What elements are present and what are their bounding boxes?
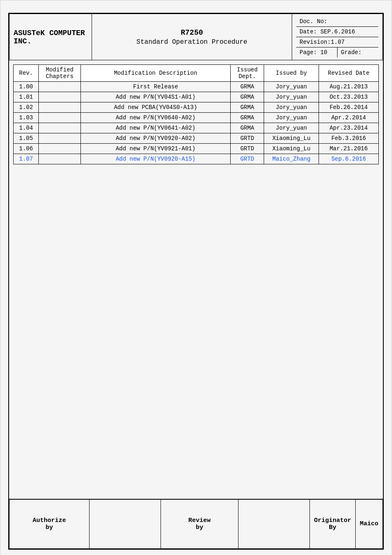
cell-chapters [39,123,81,133]
cell-issuedby: Jory_yuan [264,113,319,123]
cell-rev: 1.06 [14,144,39,154]
review-by-value [238,499,309,549]
cell-issuedby: Jory_yuan [264,123,319,133]
document-title-cell: R7250 Standard Operation Procedure [92,14,292,60]
cell-chapters [39,82,81,92]
review-by-cell: Review by [161,499,238,549]
cell-date: Apr.23.2014 [319,123,378,133]
doc-revision: Revision:1.07 [296,37,378,47]
cell-description: Add new P/N(YV0641-A02) [81,123,231,133]
revision-table: Rev. Modified Chapters Modification Desc… [13,64,379,164]
cell-dept: GRMA [230,102,264,113]
cell-dept: GRMA [230,92,264,102]
cell-rev: 1.03 [14,113,39,123]
cell-dept: GRMA [230,123,264,133]
cell-rev: 1.01 [14,92,39,102]
cell-rev: 1.04 [14,123,39,133]
cell-description: Add new P/N(YV0640-A02) [81,113,231,123]
cell-date: Feb.26.2014 [319,102,378,113]
cell-rev: 1.07 [14,154,39,164]
cell-date: Sep.6.2016 [319,154,378,164]
cell-date: Feb.3.2016 [319,133,378,144]
cell-chapters [39,113,81,123]
table-row: 1.03 Add new P/N(YV0640-A02) GRMA Jory_y… [14,113,379,123]
cell-rev: 1.05 [14,133,39,144]
cell-dept: GRMA [230,82,264,92]
cell-description: Add new PCBA(YV04S0-A13) [81,102,231,113]
company-name: ASUSTeK COMPUTER INC. [9,14,92,60]
cell-dept: GRTD [230,144,264,154]
cell-date: Oct.23.2013 [319,92,378,102]
header-dept: Issued Dept. [230,65,264,82]
cell-chapters [39,133,81,144]
cell-chapters [39,144,81,154]
cell-chapters [39,92,81,102]
header-rev: Rev. [14,65,39,82]
doc-page: Page: 10 [296,47,338,57]
header-issuedby: Issued by [264,65,319,82]
originator-name: Maico [355,499,383,549]
table-row: 1.05 Add new P/N(YV0920-A02) GRTD Xiaomi… [14,133,379,144]
cell-issuedby: Maico_Zhang [264,154,319,164]
cell-issuedby: Jory_yuan [264,82,319,92]
doc-info-cell: Doc. No: Date: SEP.6.2016 Revision:1.07 … [292,14,383,60]
table-row: 1.01 Add new P/N(YV04S1-A01) GRMA Jory_y… [14,92,379,102]
table-row: 1.02 Add new PCBA(YV04S0-A13) GRMA Jory_… [14,102,379,113]
cell-chapters [39,154,81,164]
signoff-table: Authorize by Review by Originator By Mai… [9,499,383,549]
cell-issuedby: Xiaoming_Lu [264,144,319,154]
header-date: Revised Date [319,65,378,82]
cell-chapters [39,102,81,113]
cell-issuedby: Jory_yuan [264,102,319,113]
authorize-by-cell: Authorize by [9,499,90,549]
cell-dept: GRMA [230,113,264,123]
doc-title: R7250 [96,28,288,37]
originator-by-cell: Originator By [309,499,355,549]
table-row: 1.06 Add new P/N(YV0921-A01) GRTD Xiaomi… [14,144,379,154]
table-row: 1.04 Add new P/N(YV0641-A02) GRMA Jory_y… [14,123,379,133]
authorize-by-value [90,499,161,549]
doc-no: Doc. No: [296,17,378,27]
cell-description: First Release [81,82,231,92]
cell-issuedby: Xiaoming_Lu [264,133,319,144]
header-chapters: Modified Chapters [39,65,81,82]
cell-rev: 1.00 [14,82,39,92]
cell-date: Mar.21.2016 [319,144,378,154]
cell-date: Aug.21.2013 [319,82,378,92]
doc-grade: Grade: [338,47,378,57]
cell-description: Add new P/N(YV0921-A01) [81,144,231,154]
cell-rev: 1.02 [14,102,39,113]
doc-subtitle: Standard Operation Procedure [96,38,288,46]
cell-date: Apr.2.2014 [319,113,378,123]
cell-description: Add new P/N(YV04S1-A01) [81,92,231,102]
table-row: 1.00 First Release GRMA Jory_yuan Aug.21… [14,82,379,92]
cell-issuedby: Jory_yuan [264,92,319,102]
table-row: 1.07 Add new P/N(YV0920-A15) GRTD Maico_… [14,154,379,164]
cell-dept: GRTD [230,133,264,144]
header-description: Modification Description [81,65,231,82]
cell-description: Add new P/N(YV0920-A02) [81,133,231,144]
cell-dept: GRTD [230,154,264,164]
doc-date: Date: SEP.6.2016 [296,27,378,37]
cell-description: Add new P/N(YV0920-A15) [81,154,231,164]
